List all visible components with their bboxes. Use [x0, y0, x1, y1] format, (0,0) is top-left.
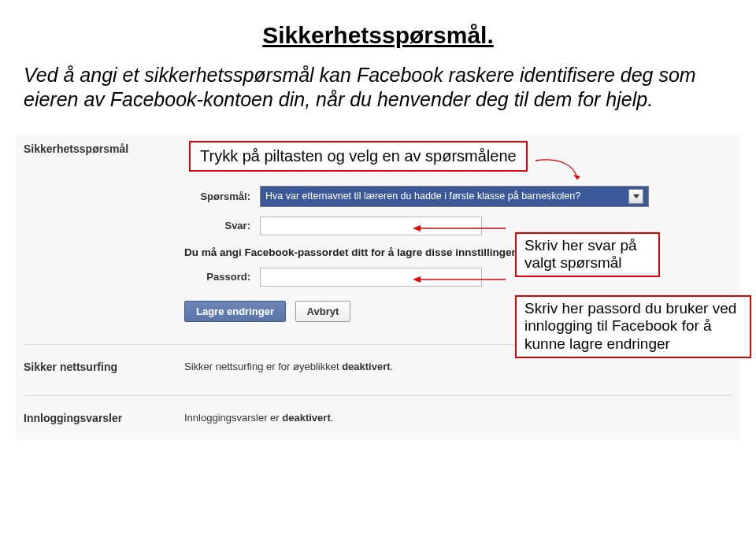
callout-answer-text: Skriv her svar på valgt spørsmål [524, 237, 637, 272]
callout-dropdown: Trykk på piltasten og velg en av spørsmå… [189, 141, 528, 172]
section-label: Sikkerhetsspørsmål [24, 141, 165, 155]
answer-input[interactable] [260, 217, 482, 235]
form-block: Sikkerhetsspørsmål Trykk på piltasten og… [16, 135, 740, 440]
callout-dropdown-text: Trykk på piltasten og velg en av spørsmå… [200, 147, 517, 165]
intro-text: Ved å angi et sikkerhetsspørsmål kan Fac… [24, 63, 732, 113]
chevron-down-icon[interactable] [628, 189, 643, 204]
login-alerts-pre: Innloggingsvarsler er [184, 412, 282, 424]
answer-label: Svar: [184, 220, 250, 231]
safe-browsing-text: Sikker nettsurfing er for øyeblikket dea… [184, 361, 393, 373]
password-input[interactable] [260, 268, 482, 287]
password-label: Passord: [184, 271, 250, 283]
svg-marker-0 [573, 175, 580, 180]
page-title: Sikkerhetsspørsmål. [16, 22, 740, 49]
callout-password: Skriv her passord du bruker ved innloggi… [515, 295, 751, 358]
question-value: Hva var etternavnet til læreren du hadde… [265, 191, 580, 202]
login-alerts-bold: deaktivert [282, 412, 330, 424]
question-select[interactable]: Hva var etternavnet til læreren du hadde… [260, 186, 649, 207]
arrow-to-dropdown [534, 156, 581, 186]
save-button[interactable]: Lagre endringer [184, 301, 286, 322]
safe-browsing-bold: deaktivert [342, 361, 390, 372]
safe-browsing-label: Sikker nettsurfing [24, 361, 165, 373]
cancel-button[interactable]: Avbryt [295, 301, 351, 322]
login-alerts-text: Innloggingsvarsler er deaktivert. [184, 412, 333, 424]
login-alerts-label: Innloggingsvarsler [24, 412, 165, 424]
safe-browsing-pre: Sikker nettsurfing er for øyeblikket [184, 361, 342, 372]
question-label: Spørsmål: [184, 191, 250, 202]
callout-password-text: Skriv her passord du bruker ved innloggi… [524, 300, 736, 353]
